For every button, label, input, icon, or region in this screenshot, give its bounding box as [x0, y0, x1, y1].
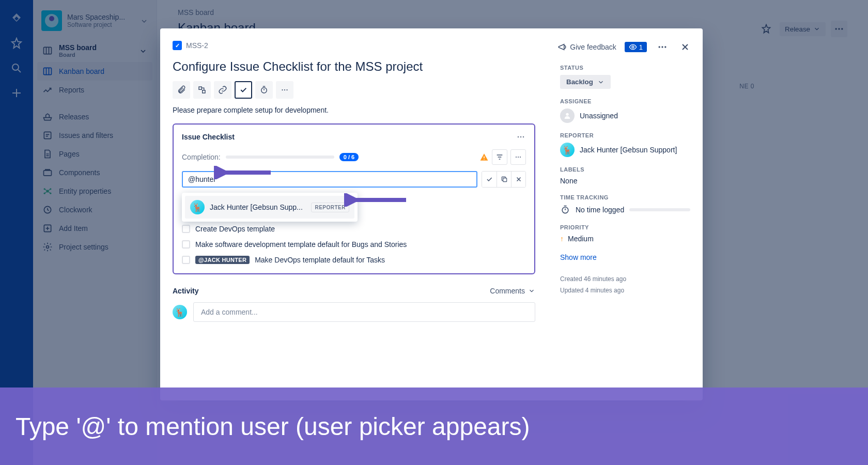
more-actions-button[interactable]: [276, 81, 293, 99]
megaphone-icon: [557, 42, 567, 52]
cancel-button[interactable]: [511, 172, 525, 187]
progress-bar: [226, 156, 334, 159]
svg-rect-17: [203, 90, 205, 93]
checklist-item[interactable]: @JACK HUNTERMake DevOps template default…: [182, 256, 526, 264]
labels-value[interactable]: None: [560, 177, 690, 185]
feedback-label: Give feedback: [570, 43, 616, 51]
copy-button[interactable]: [497, 172, 511, 187]
assignee-row[interactable]: Unassigned: [560, 109, 690, 123]
priority-row[interactable]: ↑ Medium: [560, 235, 690, 243]
checkbox[interactable]: [182, 225, 190, 233]
issue-checklist: Issue Checklist Completion: 0 / 6: [173, 123, 535, 274]
time-label: TIME TRACKING: [560, 194, 690, 200]
feedback-button[interactable]: Give feedback: [557, 42, 616, 52]
assignee-label: ASSIGNEE: [560, 98, 690, 104]
svg-point-27: [518, 157, 519, 158]
role-badge: REPORTER: [311, 203, 349, 212]
priority-arrow-icon: ↑: [560, 235, 564, 243]
warning-icon[interactable]: [479, 152, 489, 162]
svg-point-26: [516, 157, 517, 158]
svg-point-20: [284, 89, 285, 90]
activity-title: Activity: [173, 287, 199, 295]
issue-key-text: MSS-2: [186, 41, 208, 50]
checklist-menu-icon[interactable]: [516, 132, 526, 142]
avatar: 🦌: [560, 143, 575, 157]
checklist-input[interactable]: [182, 171, 477, 188]
input-actions: [482, 171, 526, 188]
user-name: Jack Hunter [Gebsun Supp...: [210, 203, 306, 211]
watch-count: 1: [639, 43, 643, 51]
timer-button[interactable]: [255, 81, 273, 99]
more-button[interactable]: [510, 149, 526, 165]
svg-point-19: [282, 89, 283, 90]
avatar: 🦌: [190, 200, 205, 214]
priority-label: PRIORITY: [560, 224, 690, 230]
comments-dropdown[interactable]: Comments: [490, 287, 535, 295]
subtask-button[interactable]: [193, 81, 211, 99]
checkbox[interactable]: [182, 256, 190, 264]
svg-point-28: [520, 157, 521, 158]
confirm-button[interactable]: [482, 172, 497, 187]
issue-modal: MSS-2 Configure Issue Checklist for the …: [160, 28, 703, 400]
modal-sidebar: STATUS Backlog ASSIGNEE Unassigned REPOR…: [548, 28, 703, 400]
svg-point-24: [523, 136, 524, 138]
svg-rect-29: [503, 178, 506, 182]
svg-point-36: [661, 46, 663, 48]
completion-row: Completion: 0 / 6: [182, 149, 526, 165]
comment-row: 🦌 Add a comment...: [173, 302, 535, 322]
avatar: 🦌: [173, 305, 187, 319]
close-icon[interactable]: [678, 40, 692, 54]
modal-main: MSS-2 Configure Issue Checklist for the …: [160, 28, 548, 400]
banner-text: Type '@' to mention user (user picker ap…: [16, 412, 530, 441]
item-text: Make software development template defau…: [195, 240, 407, 249]
priority-value: Medium: [568, 235, 594, 243]
reporter-row[interactable]: 🦌 Jack Hunter [Gebsun Support]: [560, 143, 690, 157]
status-value: Backlog: [566, 78, 593, 86]
svg-point-32: [566, 113, 568, 116]
mention-pill[interactable]: @JACK HUNTER: [195, 256, 250, 264]
reporter-value: Jack Hunter [Gebsun Support]: [580, 146, 677, 154]
watch-button[interactable]: 1: [625, 42, 647, 53]
checklist-item[interactable]: Make software development template defau…: [182, 240, 526, 249]
updated-text: Updated 4 minutes ago: [560, 285, 690, 297]
issue-title[interactable]: Configure Issue Checklist for the MSS pr…: [173, 59, 535, 74]
show-more-link[interactable]: Show more: [560, 253, 690, 261]
timestamps: Created 46 minutes ago Updated 4 minutes…: [560, 274, 690, 296]
filter-button[interactable]: [492, 149, 507, 165]
issue-toolbar: [173, 81, 535, 99]
issue-key[interactable]: MSS-2: [173, 41, 535, 50]
checklist-button[interactable]: [235, 81, 252, 99]
comment-input[interactable]: Add a comment...: [193, 302, 535, 322]
task-type-icon: [173, 41, 182, 50]
user-picker-dropdown: 🦌 Jack Hunter [Gebsun Supp... REPORTER: [182, 193, 358, 222]
status-button[interactable]: Backlog: [560, 75, 611, 89]
activity-header: Activity Comments: [173, 287, 535, 295]
modal-top-actions: Give feedback 1: [557, 40, 692, 54]
time-bar: [629, 208, 690, 211]
checkbox[interactable]: [182, 240, 190, 249]
time-row[interactable]: No time logged: [560, 205, 690, 215]
stopwatch-icon: [560, 205, 570, 215]
svg-point-37: [664, 46, 666, 48]
item-text: Make DevOps template default for Tasks: [255, 256, 385, 264]
checklist-item[interactable]: Create DevOps template: [182, 225, 526, 233]
more-icon[interactable]: [655, 40, 670, 54]
attach-button[interactable]: [173, 81, 190, 99]
link-button[interactable]: [214, 81, 231, 99]
completion-label: Completion:: [182, 153, 221, 161]
issue-description[interactable]: Please prepare complete setup for develo…: [173, 106, 535, 114]
status-label: STATUS: [560, 65, 690, 71]
labels-label: LABELS: [560, 166, 690, 173]
eye-icon: [629, 43, 637, 52]
user-picker-item[interactable]: 🦌 Jack Hunter [Gebsun Supp... REPORTER: [185, 196, 354, 219]
instruction-banner: Type '@' to mention user (user picker ap…: [0, 388, 868, 465]
created-text: Created 46 minutes ago: [560, 274, 690, 285]
svg-point-25: [484, 159, 485, 160]
avatar-placeholder-icon: [560, 109, 575, 123]
svg-point-22: [518, 136, 519, 138]
svg-point-21: [286, 89, 287, 90]
svg-rect-16: [199, 87, 202, 89]
svg-point-23: [520, 136, 522, 138]
svg-point-35: [659, 46, 660, 48]
comments-label: Comments: [490, 287, 525, 295]
